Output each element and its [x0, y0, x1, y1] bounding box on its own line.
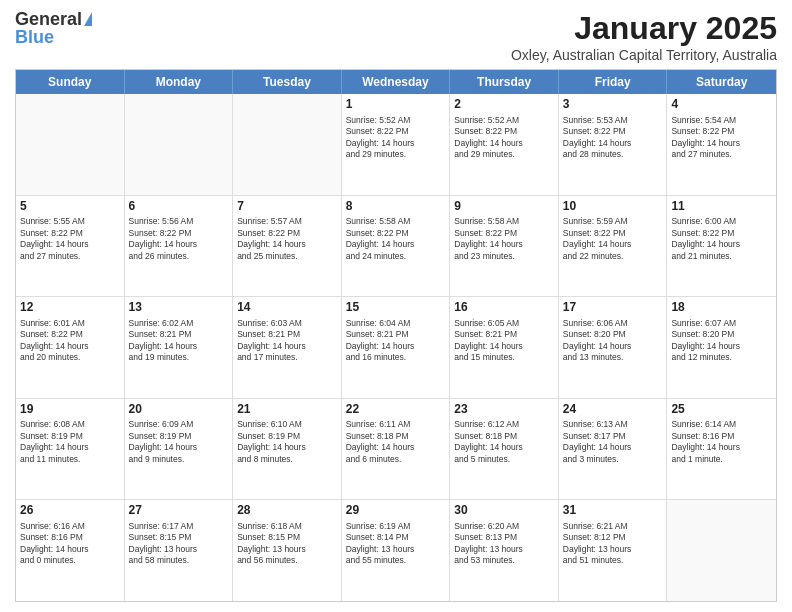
cell-info: Sunrise: 6:06 AM Sunset: 8:20 PM Dayligh…	[563, 318, 663, 364]
calendar-row: 1Sunrise: 5:52 AM Sunset: 8:22 PM Daylig…	[16, 94, 776, 196]
cell-day-number: 24	[563, 402, 663, 418]
cell-info: Sunrise: 6:14 AM Sunset: 8:16 PM Dayligh…	[671, 419, 772, 465]
cell-info: Sunrise: 5:54 AM Sunset: 8:22 PM Dayligh…	[671, 115, 772, 161]
calendar-cell	[16, 94, 125, 195]
day-header: Wednesday	[342, 70, 451, 94]
cell-info: Sunrise: 6:16 AM Sunset: 8:16 PM Dayligh…	[20, 521, 120, 567]
calendar-cell: 29Sunrise: 6:19 AM Sunset: 8:14 PM Dayli…	[342, 500, 451, 601]
cell-info: Sunrise: 6:11 AM Sunset: 8:18 PM Dayligh…	[346, 419, 446, 465]
cell-day-number: 17	[563, 300, 663, 316]
cell-day-number: 22	[346, 402, 446, 418]
cell-info: Sunrise: 6:03 AM Sunset: 8:21 PM Dayligh…	[237, 318, 337, 364]
logo-triangle-icon	[84, 12, 92, 26]
calendar-row: 19Sunrise: 6:08 AM Sunset: 8:19 PM Dayli…	[16, 399, 776, 501]
cell-info: Sunrise: 5:58 AM Sunset: 8:22 PM Dayligh…	[346, 216, 446, 262]
day-header: Tuesday	[233, 70, 342, 94]
cell-info: Sunrise: 5:52 AM Sunset: 8:22 PM Dayligh…	[454, 115, 554, 161]
calendar-cell: 31Sunrise: 6:21 AM Sunset: 8:12 PM Dayli…	[559, 500, 668, 601]
cell-info: Sunrise: 6:09 AM Sunset: 8:19 PM Dayligh…	[129, 419, 229, 465]
cell-day-number: 23	[454, 402, 554, 418]
cell-day-number: 19	[20, 402, 120, 418]
day-header: Sunday	[16, 70, 125, 94]
cell-day-number: 6	[129, 199, 229, 215]
cell-day-number: 1	[346, 97, 446, 113]
calendar-cell: 14Sunrise: 6:03 AM Sunset: 8:21 PM Dayli…	[233, 297, 342, 398]
cell-day-number: 9	[454, 199, 554, 215]
calendar-cell: 23Sunrise: 6:12 AM Sunset: 8:18 PM Dayli…	[450, 399, 559, 500]
cell-day-number: 14	[237, 300, 337, 316]
calendar-cell: 16Sunrise: 6:05 AM Sunset: 8:21 PM Dayli…	[450, 297, 559, 398]
cell-info: Sunrise: 6:12 AM Sunset: 8:18 PM Dayligh…	[454, 419, 554, 465]
calendar-cell: 28Sunrise: 6:18 AM Sunset: 8:15 PM Dayli…	[233, 500, 342, 601]
title-block: January 2025 Oxley, Australian Capital T…	[511, 10, 777, 63]
cell-day-number: 15	[346, 300, 446, 316]
cell-day-number: 10	[563, 199, 663, 215]
cell-day-number: 20	[129, 402, 229, 418]
cell-info: Sunrise: 6:01 AM Sunset: 8:22 PM Dayligh…	[20, 318, 120, 364]
calendar-cell: 25Sunrise: 6:14 AM Sunset: 8:16 PM Dayli…	[667, 399, 776, 500]
calendar-cell: 15Sunrise: 6:04 AM Sunset: 8:21 PM Dayli…	[342, 297, 451, 398]
calendar-cell: 5Sunrise: 5:55 AM Sunset: 8:22 PM Daylig…	[16, 196, 125, 297]
cell-info: Sunrise: 5:52 AM Sunset: 8:22 PM Dayligh…	[346, 115, 446, 161]
cell-info: Sunrise: 6:00 AM Sunset: 8:22 PM Dayligh…	[671, 216, 772, 262]
calendar-cell: 24Sunrise: 6:13 AM Sunset: 8:17 PM Dayli…	[559, 399, 668, 500]
cell-info: Sunrise: 5:56 AM Sunset: 8:22 PM Dayligh…	[129, 216, 229, 262]
cell-info: Sunrise: 6:13 AM Sunset: 8:17 PM Dayligh…	[563, 419, 663, 465]
calendar-cell: 10Sunrise: 5:59 AM Sunset: 8:22 PM Dayli…	[559, 196, 668, 297]
day-header: Monday	[125, 70, 234, 94]
calendar-body: 1Sunrise: 5:52 AM Sunset: 8:22 PM Daylig…	[16, 94, 776, 601]
cell-day-number: 25	[671, 402, 772, 418]
cell-day-number: 28	[237, 503, 337, 519]
day-header: Saturday	[667, 70, 776, 94]
cell-day-number: 2	[454, 97, 554, 113]
calendar-cell: 11Sunrise: 6:00 AM Sunset: 8:22 PM Dayli…	[667, 196, 776, 297]
cell-info: Sunrise: 5:59 AM Sunset: 8:22 PM Dayligh…	[563, 216, 663, 262]
calendar-cell: 19Sunrise: 6:08 AM Sunset: 8:19 PM Dayli…	[16, 399, 125, 500]
calendar-cell: 1Sunrise: 5:52 AM Sunset: 8:22 PM Daylig…	[342, 94, 451, 195]
calendar-cell: 27Sunrise: 6:17 AM Sunset: 8:15 PM Dayli…	[125, 500, 234, 601]
calendar-cell: 9Sunrise: 5:58 AM Sunset: 8:22 PM Daylig…	[450, 196, 559, 297]
calendar: SundayMondayTuesdayWednesdayThursdayFrid…	[15, 69, 777, 602]
calendar-cell: 17Sunrise: 6:06 AM Sunset: 8:20 PM Dayli…	[559, 297, 668, 398]
cell-info: Sunrise: 6:20 AM Sunset: 8:13 PM Dayligh…	[454, 521, 554, 567]
cell-day-number: 18	[671, 300, 772, 316]
logo: General Blue	[15, 10, 92, 46]
cell-day-number: 21	[237, 402, 337, 418]
cell-day-number: 26	[20, 503, 120, 519]
calendar-cell: 3Sunrise: 5:53 AM Sunset: 8:22 PM Daylig…	[559, 94, 668, 195]
day-headers: SundayMondayTuesdayWednesdayThursdayFrid…	[16, 70, 776, 94]
cell-info: Sunrise: 6:10 AM Sunset: 8:19 PM Dayligh…	[237, 419, 337, 465]
cell-day-number: 8	[346, 199, 446, 215]
calendar-cell	[233, 94, 342, 195]
calendar-cell: 6Sunrise: 5:56 AM Sunset: 8:22 PM Daylig…	[125, 196, 234, 297]
cell-day-number: 11	[671, 199, 772, 215]
cell-day-number: 30	[454, 503, 554, 519]
cell-info: Sunrise: 5:57 AM Sunset: 8:22 PM Dayligh…	[237, 216, 337, 262]
calendar-cell: 18Sunrise: 6:07 AM Sunset: 8:20 PM Dayli…	[667, 297, 776, 398]
calendar-cell: 22Sunrise: 6:11 AM Sunset: 8:18 PM Dayli…	[342, 399, 451, 500]
cell-info: Sunrise: 6:17 AM Sunset: 8:15 PM Dayligh…	[129, 521, 229, 567]
calendar-cell: 12Sunrise: 6:01 AM Sunset: 8:22 PM Dayli…	[16, 297, 125, 398]
cell-info: Sunrise: 5:53 AM Sunset: 8:22 PM Dayligh…	[563, 115, 663, 161]
calendar-cell: 20Sunrise: 6:09 AM Sunset: 8:19 PM Dayli…	[125, 399, 234, 500]
cell-day-number: 27	[129, 503, 229, 519]
calendar-cell: 30Sunrise: 6:20 AM Sunset: 8:13 PM Dayli…	[450, 500, 559, 601]
cell-info: Sunrise: 5:55 AM Sunset: 8:22 PM Dayligh…	[20, 216, 120, 262]
cell-day-number: 5	[20, 199, 120, 215]
logo-general: General	[15, 10, 82, 28]
cell-day-number: 3	[563, 97, 663, 113]
cell-info: Sunrise: 6:19 AM Sunset: 8:14 PM Dayligh…	[346, 521, 446, 567]
calendar-cell: 4Sunrise: 5:54 AM Sunset: 8:22 PM Daylig…	[667, 94, 776, 195]
day-header: Friday	[559, 70, 668, 94]
calendar-cell: 8Sunrise: 5:58 AM Sunset: 8:22 PM Daylig…	[342, 196, 451, 297]
main-title: January 2025	[511, 10, 777, 47]
cell-day-number: 31	[563, 503, 663, 519]
cell-day-number: 29	[346, 503, 446, 519]
subtitle: Oxley, Australian Capital Territory, Aus…	[511, 47, 777, 63]
calendar-cell: 7Sunrise: 5:57 AM Sunset: 8:22 PM Daylig…	[233, 196, 342, 297]
cell-day-number: 4	[671, 97, 772, 113]
calendar-cell: 13Sunrise: 6:02 AM Sunset: 8:21 PM Dayli…	[125, 297, 234, 398]
header: General Blue January 2025 Oxley, Austral…	[15, 10, 777, 63]
calendar-cell: 2Sunrise: 5:52 AM Sunset: 8:22 PM Daylig…	[450, 94, 559, 195]
cell-info: Sunrise: 6:02 AM Sunset: 8:21 PM Dayligh…	[129, 318, 229, 364]
